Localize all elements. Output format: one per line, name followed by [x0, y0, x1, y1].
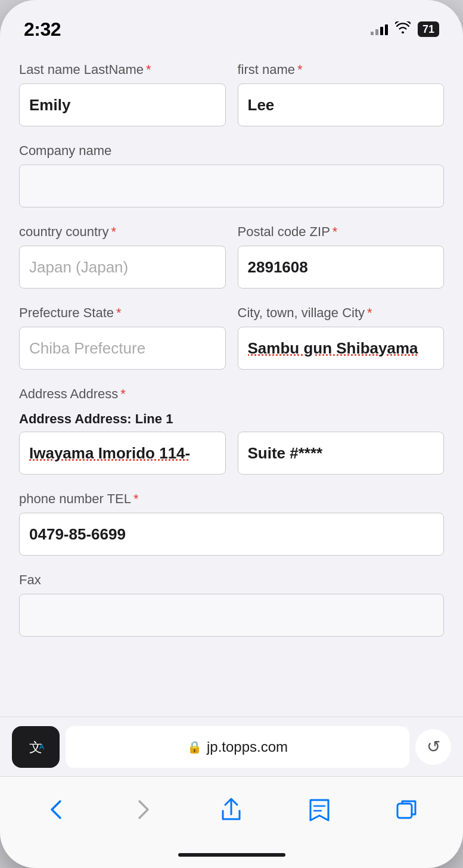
nav-bar — [0, 776, 463, 842]
first-name-label: first name * — [238, 62, 445, 78]
last-name-input[interactable] — [19, 83, 226, 126]
name-row: Last name LastName * first name * — [19, 62, 444, 126]
fax-group: Fax — [19, 572, 444, 637]
address-suite-spacer — [238, 411, 445, 427]
browser-bar: 文 A 🔒 jp.topps.com ↺ — [0, 717, 463, 776]
postal-required: * — [333, 224, 338, 240]
home-indicator — [0, 842, 463, 868]
battery-icon: 71 — [418, 21, 439, 37]
refresh-icon: ↺ — [427, 737, 440, 757]
translate-button[interactable]: 文 A — [12, 726, 60, 768]
url-text: jp.topps.com — [207, 739, 288, 755]
company-group: Company name — [19, 143, 444, 207]
first-name-group: first name * — [238, 62, 445, 126]
address-label: Address Address * — [19, 386, 444, 402]
home-bar — [178, 853, 285, 857]
address-group: Address Address * — [19, 386, 444, 408]
company-row: Company name — [19, 143, 444, 207]
country-postal-row: country country * Postal code ZIP * — [19, 224, 444, 289]
status-icons: 71 — [371, 21, 439, 37]
prefecture-city-row: Prefecture State * City, town, village C… — [19, 305, 444, 370]
form-content: Last name LastName * first name * Compan… — [0, 48, 463, 717]
phone-required: * — [133, 491, 139, 507]
forward-button[interactable] — [126, 792, 161, 827]
company-label: Company name — [19, 143, 444, 159]
address-suite-group — [238, 411, 445, 475]
signal-icon — [371, 23, 388, 35]
last-name-label: Last name LastName * — [19, 62, 226, 78]
last-name-required: * — [146, 62, 151, 78]
prefecture-required: * — [116, 305, 122, 321]
city-label: City, town, village City * — [238, 305, 445, 321]
address-line1-input[interactable] — [19, 432, 226, 475]
status-bar: 2:32 71 — [0, 0, 463, 48]
address-line1-label: Address Address: Line 1 — [19, 411, 226, 427]
address-suite-input[interactable] — [238, 432, 445, 475]
battery-level: 71 — [422, 23, 434, 36]
country-input[interactable] — [19, 246, 226, 289]
bookmarks-button[interactable] — [302, 792, 337, 827]
last-name-group: Last name LastName * — [19, 62, 226, 126]
phone-input[interactable] — [19, 513, 444, 556]
city-group: City, town, village City * — [238, 305, 445, 370]
country-group: country country * — [19, 224, 226, 289]
first-name-required: * — [297, 62, 303, 78]
postal-code-label: Postal code ZIP * — [238, 224, 445, 240]
address-required: * — [120, 386, 126, 402]
url-bar[interactable]: 🔒 jp.topps.com — [66, 726, 409, 768]
address-label-row: Address Address * — [19, 386, 444, 408]
fax-label: Fax — [19, 572, 444, 588]
prefecture-input[interactable] — [19, 327, 226, 370]
svg-text:A: A — [39, 743, 44, 751]
address-line1-group: Address Address: Line 1 — [19, 411, 226, 475]
svg-rect-3 — [397, 804, 412, 818]
city-input[interactable] — [238, 327, 445, 370]
phone-group: phone number TEL * — [19, 491, 444, 556]
country-required: * — [111, 224, 116, 240]
city-required: * — [367, 305, 372, 321]
share-button[interactable] — [213, 792, 249, 827]
status-time: 2:32 — [24, 18, 61, 41]
company-input[interactable] — [19, 165, 444, 207]
refresh-button[interactable]: ↺ — [415, 729, 451, 765]
back-button[interactable] — [38, 792, 74, 827]
wifi-icon — [395, 21, 411, 37]
prefecture-label: Prefecture State * — [19, 305, 226, 321]
tabs-button[interactable] — [389, 792, 425, 827]
country-label: country country * — [19, 224, 226, 240]
first-name-input[interactable] — [238, 83, 445, 126]
postal-code-input[interactable] — [238, 246, 445, 289]
phone-row: phone number TEL * — [19, 491, 444, 556]
lock-icon: 🔒 — [187, 740, 202, 754]
phone-shell: 2:32 71 Last — [0, 0, 463, 868]
phone-label: phone number TEL * — [19, 491, 444, 507]
address-inputs-row: Address Address: Line 1 — [19, 411, 444, 475]
postal-code-group: Postal code ZIP * — [238, 224, 445, 289]
fax-row: Fax — [19, 572, 444, 637]
fax-input[interactable] — [19, 594, 444, 637]
prefecture-group: Prefecture State * — [19, 305, 226, 370]
